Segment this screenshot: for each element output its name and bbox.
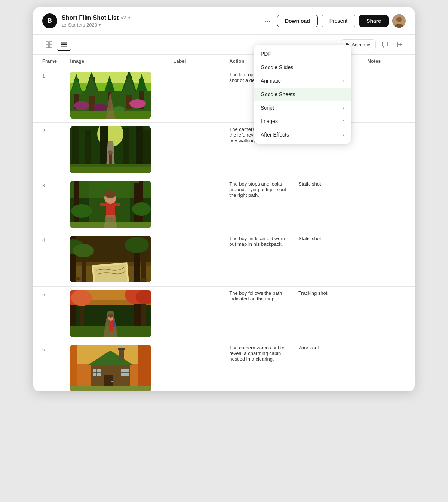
shot-list-table: Frame Image Label Action Camera Notes 1 xyxy=(33,55,415,391)
frame-num: 6 xyxy=(33,341,66,392)
storyboard-image-4[interactable] xyxy=(70,236,151,282)
svg-rect-9 xyxy=(61,46,67,47)
action-cell: The camera zooms out to reveal a charmin… xyxy=(225,341,294,392)
svg-point-105 xyxy=(111,381,113,382)
table-container: Frame Image Label Action Camera Notes 1 xyxy=(33,55,415,391)
svg-point-87 xyxy=(71,290,92,306)
list-view-button[interactable] xyxy=(57,38,71,51)
header-left: B Short Film Shot List v2 ▾ 🗁 Starters 2… xyxy=(42,13,131,28)
avatar xyxy=(392,14,406,28)
camera-cell: Tracking shot xyxy=(294,287,363,341)
svg-rect-6 xyxy=(49,45,52,48)
label-cell[interactable] xyxy=(169,123,225,177)
label-cell[interactable] xyxy=(169,287,225,341)
dropdown-item-google-slides[interactable]: Google Slides xyxy=(254,61,351,74)
svg-rect-46 xyxy=(70,167,151,173)
label-cell[interactable] xyxy=(169,232,225,287)
storyboard-image-3[interactable] xyxy=(70,181,151,228)
svg-rect-112 xyxy=(70,386,151,391)
folder-icon: 🗁 xyxy=(62,22,67,28)
more-menu-button[interactable]: ⋯ xyxy=(261,15,273,27)
svg-point-28 xyxy=(93,104,107,111)
svg-rect-51 xyxy=(74,181,79,228)
label-cell[interactable] xyxy=(169,68,225,123)
notes-cell xyxy=(363,232,415,287)
version-badge: v2 xyxy=(121,15,126,21)
col-notes-header: Notes xyxy=(363,55,415,68)
notes-cell xyxy=(363,177,415,232)
dropdown-item-images[interactable]: Images › xyxy=(254,114,351,128)
camera-cell: Static shot xyxy=(294,177,363,232)
col-frame-header: Frame xyxy=(33,55,66,68)
google-sheets-arrow-icon: › xyxy=(343,92,344,97)
image-cell xyxy=(66,232,169,287)
frame-num: 1 xyxy=(33,68,66,123)
title-row: Short Film Shot List v2 ▾ xyxy=(62,15,131,21)
image-cell xyxy=(66,123,169,177)
share-button[interactable]: Share xyxy=(359,15,389,27)
present-button[interactable]: Present xyxy=(322,15,355,27)
project-title: Short Film Shot List xyxy=(62,15,119,21)
svg-rect-95 xyxy=(113,321,115,327)
svg-point-94 xyxy=(108,314,113,318)
label-cell[interactable] xyxy=(169,177,225,232)
subtitle-row: 🗁 Starters 2023 ▾ xyxy=(62,22,131,28)
table-row: 4 xyxy=(33,232,415,287)
storyboard-image-5[interactable] xyxy=(70,290,151,337)
view-toggle xyxy=(42,38,71,51)
download-button[interactable]: Download xyxy=(277,15,318,27)
collapse-button[interactable] xyxy=(394,39,406,50)
dropdown-item-pdf[interactable]: PDF xyxy=(254,47,351,61)
svg-point-44 xyxy=(108,150,113,155)
download-dropdown: PDF Google Slides Animatic › Google Shee… xyxy=(254,45,351,144)
svg-rect-60 xyxy=(115,203,120,206)
storyboard-image-2[interactable] xyxy=(70,126,151,173)
dropdown-item-google-sheets[interactable]: Google Sheets › xyxy=(254,88,351,101)
image-cell xyxy=(66,287,169,341)
storyboard-image-6[interactable] xyxy=(70,345,151,391)
table-row: 2 xyxy=(33,123,415,177)
camera-cell: Zoom out xyxy=(294,341,363,392)
app-window: B Short Film Shot List v2 ▾ 🗁 Starters 2… xyxy=(33,7,415,391)
notes-cell xyxy=(363,341,415,392)
user-avatar xyxy=(392,14,406,28)
svg-rect-92 xyxy=(109,320,113,331)
notes-cell xyxy=(363,123,415,177)
svg-point-29 xyxy=(129,99,146,108)
svg-rect-103 xyxy=(118,348,125,350)
notes-cell xyxy=(363,287,415,341)
title-chevron-icon[interactable]: ▾ xyxy=(128,15,131,20)
action-cell: The boy follows the path indicated on th… xyxy=(225,287,294,341)
dropdown-item-script[interactable]: Script › xyxy=(254,101,351,114)
svg-point-64 xyxy=(132,202,151,216)
project-folder: Starters 2023 xyxy=(68,22,97,28)
frame-num: 5 xyxy=(33,287,66,341)
svg-rect-99 xyxy=(138,345,151,391)
svg-rect-3 xyxy=(46,42,49,44)
storyboard-image-1[interactable] xyxy=(70,72,151,119)
table-row: 6 xyxy=(33,341,415,392)
svg-rect-4 xyxy=(49,42,52,44)
grid-view-button[interactable] xyxy=(42,38,56,51)
comment-button[interactable] xyxy=(379,39,391,50)
folder-chevron-icon[interactable]: ▾ xyxy=(99,22,101,27)
table-row: 5 xyxy=(33,287,415,341)
dropdown-item-after-effects[interactable]: After Effects › xyxy=(254,128,351,141)
image-cell xyxy=(66,341,169,392)
frame-num: 3 xyxy=(33,177,66,232)
action-cell: The boy finds an old worn-out map in his… xyxy=(225,232,294,287)
logo-icon: B xyxy=(42,13,57,28)
label-cell[interactable] xyxy=(169,341,225,392)
table-row: 1 xyxy=(33,68,415,123)
frame-num: 2 xyxy=(33,123,66,177)
svg-point-1 xyxy=(396,17,402,22)
svg-rect-8 xyxy=(61,44,67,45)
title-area: Short Film Shot List v2 ▾ 🗁 Starters 202… xyxy=(62,15,131,28)
notes-cell xyxy=(363,68,415,123)
svg-point-63 xyxy=(71,204,92,218)
dropdown-item-animatic[interactable]: Animatic › xyxy=(254,74,351,88)
svg-marker-62 xyxy=(104,215,117,228)
action-cell: The boy stops and looks around, trying t… xyxy=(225,177,294,232)
col-image-header: Image xyxy=(66,55,169,68)
after-effects-arrow-icon: › xyxy=(343,132,344,137)
